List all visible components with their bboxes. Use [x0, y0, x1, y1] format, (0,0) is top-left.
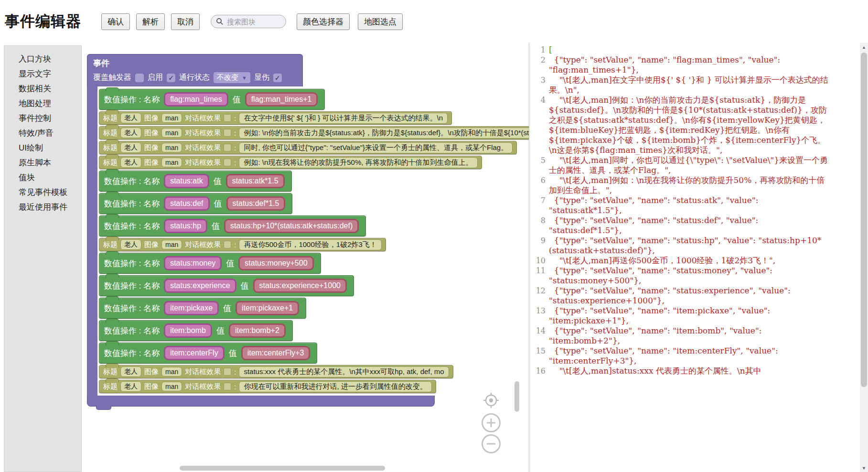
dialog-text-block[interactable]: 标题老人图像man对话框效果:status:xxx 代表勇士的某个属性。\n其中… [99, 365, 453, 378]
code-line-text: {"type": "setValue", "name": "flag:man_t… [549, 55, 828, 75]
setvalue-block[interactable]: 数值操作 : 名称flag:man_times值flag:man_times+1 [99, 89, 325, 110]
setvalue-name-field[interactable]: item:centerFly [164, 346, 224, 360]
event-block[interactable]: 事件 覆盖触发器启用✓通行状态不改变▼显伤✓ 数值操作 : 名称flag:man… [87, 54, 529, 407]
sidebar-item-4[interactable]: 地图处理 [4, 96, 81, 111]
dialog-text-block[interactable]: 标题老人图像man对话框效果:例如: \n你的当前攻击力是${status:at… [99, 126, 529, 139]
dialog-message-field[interactable]: 同时, 你也可以通过{"type": "setValue"}来设置一个勇士的属性… [239, 142, 513, 153]
dialog-speaker-field[interactable]: 老人 [120, 142, 141, 153]
setvalue-block[interactable]: 数值操作 : 名称item:centerFly值item:centerFly+3 [99, 343, 317, 364]
color-picker-button[interactable]: 颜色选择器 [297, 13, 350, 30]
dialog-message-field[interactable]: 例如: \n现在我将让你的攻防提升50%, 再将攻防和的十倍加到生命值上。 [239, 157, 477, 168]
dialog-message-field[interactable]: 你现在可以重新和我进行对话, 进一步看到属性值的改变。 [239, 381, 431, 392]
event-setting-checkbox[interactable] [135, 74, 144, 82]
dialog-effect-checkbox[interactable] [224, 368, 231, 375]
event-setting-checkbox[interactable]: ✓ [167, 74, 175, 82]
dialog-speaker-field[interactable]: 老人 [120, 366, 141, 377]
setvalue-value-field[interactable]: status:hp+10*(status:atk+status:def) [224, 219, 359, 233]
setvalue-block[interactable]: 数值操作 : 名称status:def值status:def*1.5 [99, 193, 292, 214]
setvalue-block[interactable]: 数值操作 : 名称status:experience值status:experi… [99, 275, 354, 296]
map-pick-button[interactable]: 地图选点 [358, 13, 403, 30]
setvalue-block[interactable]: 数值操作 : 名称item:bomb值item:bomb+2 [99, 320, 293, 341]
parse-button[interactable]: 解析 [136, 13, 165, 30]
setvalue-name-field[interactable]: status:def [164, 196, 209, 211]
dialog-effect-checkbox[interactable] [224, 159, 231, 166]
confirm-button[interactable]: 确认 [101, 13, 130, 30]
dialog-message-field[interactable]: 再送你500金币，1000经验，1破2炸3飞！ [239, 239, 381, 250]
dialog-image-field[interactable]: man [161, 158, 182, 167]
setvalue-block[interactable]: 数值操作 : 名称status:money值status:money+500 [99, 253, 321, 274]
dialog-image-field[interactable]: man [161, 143, 182, 152]
dialog-speaker-field[interactable]: 老人 [120, 128, 141, 138]
setvalue-block[interactable]: 数值操作 : 名称status:atk值status:atk*1.5 [99, 171, 292, 192]
dialog-image-field[interactable]: man [161, 240, 182, 249]
dialog-effect-checkbox[interactable] [224, 114, 231, 122]
dialog-image-field[interactable]: man [161, 382, 182, 391]
setvalue-name-field[interactable]: status:hp [164, 219, 207, 233]
scroll-down-icon[interactable]: ▼ [860, 464, 868, 472]
sidebar-item-2[interactable]: 显示文字 [4, 66, 81, 81]
dialog-text-block[interactable]: 标题老人图像man对话框效果:例如: \n现在我将让你的攻防提升50%, 再将攻… [99, 156, 482, 169]
dialog-speaker-field[interactable]: 老人 [120, 113, 141, 123]
sidebar-item-10[interactable]: 常见事件模板 [4, 185, 81, 200]
dialog-image-field[interactable]: man [161, 367, 182, 376]
dialog-speaker-field[interactable]: 老人 [120, 157, 141, 168]
setvalue-block[interactable]: 数值操作 : 名称status:hp值status:hp+10*(status:… [99, 215, 366, 236]
sidebar-item-8[interactable]: 原生脚本 [4, 155, 81, 170]
dialog-text-block[interactable]: 标题老人图像man对话框效果:在文字中使用${' ${ '}和 } 可以计算并显… [99, 111, 452, 125]
dialog-effect-checkbox[interactable] [224, 383, 231, 390]
dialog-text-block[interactable]: 标题老人图像man对话框效果:同时, 你也可以通过{"type": "setVa… [99, 141, 517, 154]
sidebar-item-9[interactable]: 值块 [4, 170, 81, 185]
canvas-vertical-scrollbar[interactable] [514, 381, 519, 412]
event-json-content[interactable]: 1[2 {"type": "setValue", "name": "flag:m… [529, 43, 860, 472]
zoom-reset-button[interactable] [483, 392, 499, 408]
scrollbar-handle[interactable] [861, 53, 867, 387]
sidebar-item-6[interactable]: 特效/声音 [4, 126, 81, 140]
event-block-header[interactable]: 事件 覆盖触发器启用✓通行状态不改变▼显伤✓ [87, 54, 303, 86]
setvalue-block[interactable]: 数值操作 : 名称item:pickaxe值item:pickaxe+1 [99, 298, 306, 319]
dialog-message-field[interactable]: 在文字中使用${' ${ '}和 } 可以计算并显示一个表达式的结果。\n [239, 113, 448, 124]
setvalue-value-field[interactable]: status:def*1.5 [226, 196, 286, 211]
setvalue-name-field[interactable]: status:experience [164, 279, 236, 293]
scroll-up-icon[interactable]: ▲ [860, 43, 868, 51]
sidebar-item-5[interactable]: 事件控制 [4, 111, 81, 126]
dialog-text-block[interactable]: 标题老人图像man对话框效果:再送你500金币，1000经验，1破2炸3飞！ [99, 238, 386, 251]
dialog-image-field[interactable]: man [161, 113, 182, 123]
setvalue-name-field[interactable]: item:bomb [164, 323, 212, 338]
dialog-message-field[interactable]: 例如: \n你的当前攻击力是${status:atk}，防御力是${status… [239, 128, 529, 139]
setvalue-name-field[interactable]: item:pickaxe [164, 301, 219, 315]
setvalue-name-field[interactable]: status:atk [164, 174, 209, 188]
dialog-effect-checkbox[interactable] [224, 241, 231, 248]
setvalue-value-field[interactable]: item:bomb+2 [229, 323, 286, 338]
setvalue-value-field[interactable]: status:money+500 [238, 256, 313, 270]
setvalue-value-field[interactable]: item:pickaxe+1 [236, 301, 299, 315]
event-setting-checkbox[interactable]: ✓ [273, 74, 282, 82]
zoom-out-button[interactable] [481, 434, 501, 454]
dialog-effect-checkbox[interactable] [224, 129, 231, 137]
sidebar-item-1[interactable]: 入口方块 [4, 52, 81, 66]
cancel-button[interactable]: 取消 [171, 13, 200, 30]
setvalue-value-field[interactable]: status:atk*1.5 [226, 174, 285, 188]
setvalue-value-field[interactable]: status:experience+1000 [253, 279, 347, 293]
blockly-workspace[interactable]: 事件 覆盖触发器启用✓通行状态不改变▼显伤✓ 数值操作 : 名称flag:man… [82, 43, 529, 472]
dialog-text-block[interactable]: 标题老人图像man对话框效果:你现在可以重新和我进行对话, 进一步看到属性值的改… [99, 380, 436, 393]
code-scrollbar[interactable]: ▲ ▼ [860, 43, 868, 472]
dialog-effect-checkbox[interactable] [224, 144, 231, 151]
setvalue-name-field[interactable]: flag:man_times [164, 92, 228, 107]
sidebar-item-7[interactable]: UI绘制 [4, 140, 81, 155]
dialog-image-field[interactable]: man [161, 128, 182, 138]
search-input[interactable] [226, 17, 281, 26]
setvalue-value-field[interactable]: item:centerFly+3 [241, 346, 311, 360]
dialog-message-field[interactable]: status:xxx 代表勇士的某个属性。\n其中xxx可取hp, atk, d… [239, 366, 449, 377]
sidebar-item-3[interactable]: 数据相关 [4, 81, 81, 96]
zoom-in-button[interactable] [481, 413, 501, 433]
dialog-title-label: 标题 [103, 143, 118, 152]
event-json-editor[interactable]: 1[2 {"type": "setValue", "name": "flag:m… [529, 43, 868, 472]
setvalue-name-field[interactable]: status:money [164, 256, 222, 270]
setvalue-value-field[interactable]: flag:man_times+1 [245, 92, 318, 107]
dialog-speaker-field[interactable]: 老人 [120, 239, 141, 250]
dialog-speaker-field[interactable]: 老人 [120, 381, 141, 392]
sidebar-item-11[interactable]: 最近使用事件 [4, 200, 81, 215]
canvas-horizontal-scrollbar[interactable] [180, 466, 385, 471]
passability-dropdown[interactable]: 不改变▼ [214, 72, 250, 83]
search-box[interactable] [211, 15, 286, 28]
